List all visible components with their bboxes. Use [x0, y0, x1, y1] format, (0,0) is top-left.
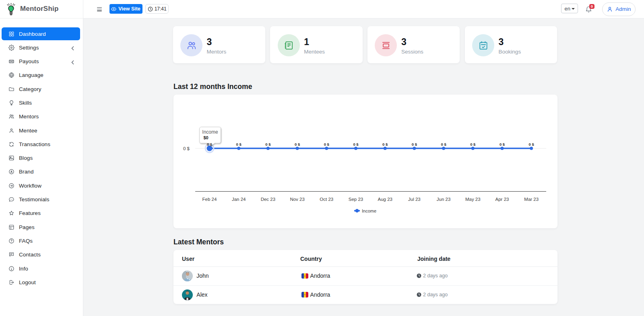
svg-text:May 23: May 23: [465, 196, 481, 201]
svg-text:0 $: 0 $: [183, 146, 190, 151]
svg-text:0 $: 0 $: [500, 142, 505, 147]
svg-text:Oct 23: Oct 23: [320, 196, 333, 201]
svg-text:Jun 23: Jun 23: [437, 196, 451, 201]
svg-text:Dec 23: Dec 23: [261, 196, 275, 201]
svg-text:0 $: 0 $: [295, 142, 300, 147]
svg-text:0 $: 0 $: [236, 142, 242, 147]
svg-text:0 $: 0 $: [265, 142, 271, 147]
svg-text:Income: Income: [202, 129, 218, 134]
svg-text:Nov 23: Nov 23: [290, 196, 304, 201]
svg-text:$0: $0: [204, 135, 208, 140]
svg-text:Aug 23: Aug 23: [378, 196, 392, 201]
svg-text:0 $: 0 $: [382, 142, 388, 147]
svg-text:0 $: 0 $: [412, 142, 417, 147]
svg-text:0 $: 0 $: [470, 142, 476, 147]
svg-text:Feb 24: Feb 24: [202, 196, 217, 201]
svg-text:Jul 23: Jul 23: [408, 196, 421, 201]
svg-text:Sep 23: Sep 23: [349, 196, 363, 201]
svg-text:Income: Income: [362, 208, 376, 213]
svg-text:0 $: 0 $: [324, 142, 330, 147]
svg-text:Jan 24: Jan 24: [232, 196, 246, 201]
svg-text:Mar 23: Mar 23: [524, 196, 539, 201]
svg-text:0 $: 0 $: [529, 142, 535, 147]
svg-text:Apr 23: Apr 23: [495, 196, 509, 201]
svg-text:0 $: 0 $: [207, 142, 213, 147]
svg-text:0 $: 0 $: [441, 142, 446, 147]
svg-text:0 $: 0 $: [353, 142, 359, 147]
